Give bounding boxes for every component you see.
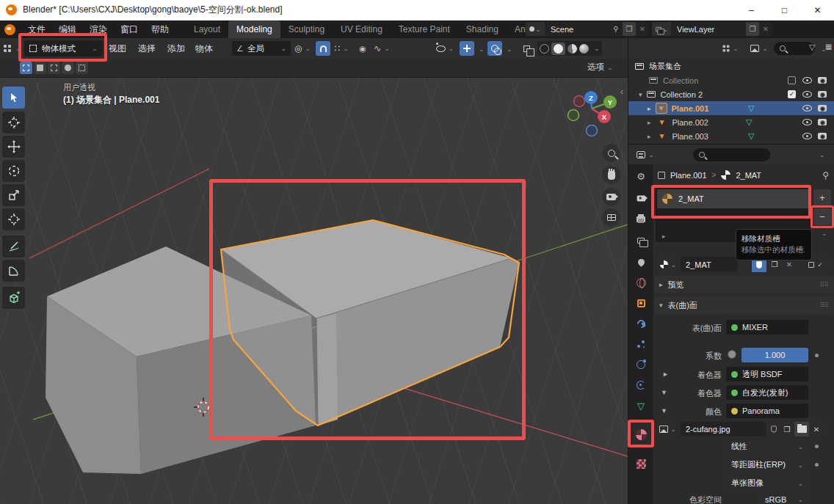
outliner-row-collection[interactable]: Collection <box>628 73 834 87</box>
tab-material[interactable] <box>628 423 653 446</box>
outliner-display-mode-button[interactable]: ⌄ <box>748 41 770 56</box>
hide-viewport-icon[interactable] <box>802 105 812 112</box>
camera-view-button[interactable] <box>602 188 620 206</box>
collapse-sidebar-icon[interactable]: ‹ <box>620 87 623 97</box>
shading-solid-button[interactable] <box>551 43 565 55</box>
tool-add-cube[interactable] <box>2 287 25 309</box>
close-button[interactable]: ✕ <box>801 0 834 21</box>
tab-texture[interactable] <box>628 453 653 474</box>
decorator-dot[interactable] <box>815 445 819 448</box>
tab-sculpting[interactable]: Sculpting <box>280 21 333 38</box>
menu-file[interactable]: 文件 <box>21 21 52 38</box>
add-material-slot-button[interactable]: + <box>813 189 831 206</box>
tool-move[interactable] <box>2 136 25 158</box>
menu-view[interactable]: 视图 <box>109 38 126 59</box>
menu-select[interactable]: 选择 <box>138 38 156 59</box>
properties-search-input[interactable] <box>693 148 770 161</box>
pan-button[interactable] <box>602 166 620 184</box>
tab-object[interactable] <box>628 293 653 313</box>
outliner-editor-type-button[interactable]: ⌄ <box>719 41 741 56</box>
disable-render-icon[interactable] <box>818 105 827 112</box>
expand-icon[interactable]: ▸ <box>648 133 651 140</box>
panel-preview[interactable]: ▸ 预览 ⠿⠿ <box>654 276 834 293</box>
breadcrumb-material[interactable]: 2_MAT <box>736 171 761 180</box>
scene-icon[interactable]: ⌄ <box>526 22 545 36</box>
breadcrumb-object[interactable]: Plane.001 <box>670 171 707 180</box>
material-name-field[interactable]: 2_MAT <box>681 257 738 272</box>
expand-icon[interactable]: ▸ <box>648 105 651 112</box>
tool-cursor[interactable] <box>2 112 25 134</box>
zoom-button[interactable] <box>602 144 620 162</box>
shader2-selector[interactable]: 自发光(发射) <box>726 385 808 400</box>
tab-particles[interactable] <box>628 334 653 354</box>
navigation-gizmo[interactable]: Z Y X <box>564 84 626 145</box>
outliner-row-collection2[interactable]: ▾ Collection 2 ✓ <box>628 87 834 101</box>
tab-render[interactable] <box>628 188 653 208</box>
remove-material-slot-button[interactable]: − <box>813 208 831 225</box>
interpolation-dropdown[interactable]: 线性 ⌄ <box>726 439 808 453</box>
expand-icon[interactable]: ▸ <box>648 119 651 126</box>
disable-render-icon[interactable] <box>818 133 827 139</box>
hide-viewport-icon[interactable] <box>802 77 812 84</box>
hide-viewport-icon[interactable] <box>802 119 812 125</box>
viewlayer-icon[interactable]: ⌄ <box>652 22 671 36</box>
viewlayer-name[interactable]: ViewLayer <box>671 25 746 34</box>
editor-type-button[interactable]: ⌄ <box>3 41 22 56</box>
source-dropdown[interactable]: 单张图像 ⌄ <box>726 476 808 490</box>
pivot-point-button[interactable]: ◎⌄ <box>294 41 311 56</box>
disable-render-icon[interactable] <box>818 119 827 125</box>
tab-object-data[interactable]: ▽ <box>628 395 653 416</box>
copy-image-button[interactable]: ❐ <box>780 422 794 437</box>
select-mode-intersect-button[interactable] <box>76 62 88 74</box>
scene-unlink-button[interactable]: ✕ <box>636 22 649 36</box>
select-mode-subtract-button[interactable] <box>48 62 60 74</box>
new-collection-button[interactable]: ▦ <box>825 43 832 51</box>
tab-modifiers[interactable] <box>628 313 653 334</box>
outliner-row-scene-collection[interactable]: 场景集合 <box>628 59 834 73</box>
gizmos-dropdown[interactable]: ⌄ <box>479 45 485 53</box>
outliner-row-plane001[interactable]: ▸ ▼ Plane.001 ▽ <box>628 101 834 115</box>
slot-filter-expand-icon[interactable]: ▸ <box>662 233 666 240</box>
tab-shading[interactable]: Shading <box>458 21 507 38</box>
disable-render-icon[interactable] <box>818 77 827 84</box>
viewlayer-remove-button[interactable]: ✕ <box>759 22 772 36</box>
ortho-toggle-button[interactable] <box>602 208 620 227</box>
maximize-button[interactable]: □ <box>768 0 801 21</box>
factor-slider[interactable]: 1.000 <box>741 348 808 362</box>
scene-name[interactable]: Scene <box>545 25 609 34</box>
tool-annotate[interactable] <box>2 235 25 258</box>
outliner-filter-button[interactable]: ▽ <box>809 43 815 52</box>
collection-checkbox[interactable] <box>788 76 796 84</box>
tab-world[interactable] <box>628 272 653 293</box>
expand-icon[interactable]: ▾ <box>639 91 642 98</box>
pin-icon[interactable]: ⚲ <box>822 170 829 180</box>
gizmos-toggle[interactable] <box>460 41 474 56</box>
hide-viewport-icon[interactable] <box>802 91 812 98</box>
shading-material-button[interactable] <box>568 44 577 54</box>
snap-with-dropdown[interactable]: ∷⌄ <box>332 41 351 56</box>
projection-dropdown[interactable]: 等距圆柱(ERP) ⌄ <box>726 458 808 472</box>
shading-dropdown[interactable]: ⌄ <box>594 45 600 52</box>
menu-edit[interactable]: 编辑 <box>52 21 83 38</box>
panel-surface[interactable]: ▾ 表(曲)面 ⠿⠿ <box>654 296 834 314</box>
overlays-dropdown[interactable]: ⌄ <box>507 45 512 53</box>
tab-output[interactable] <box>628 209 653 230</box>
surface-shader-selector[interactable]: MIXER <box>726 320 808 335</box>
slot-specials-dropdown[interactable]: ⌄ <box>822 230 827 237</box>
color-selector[interactable]: Panorama <box>726 403 808 418</box>
image-fake-user-button[interactable] <box>767 422 780 437</box>
collection2-checkbox[interactable]: ✓ <box>788 90 796 98</box>
shading-rendered-button[interactable] <box>579 44 589 54</box>
decorator-dot[interactable] <box>815 354 819 357</box>
tool-rotate[interactable] <box>2 160 25 182</box>
tab-tool[interactable]: ⚙ <box>628 166 653 186</box>
pin-icon[interactable]: ⚲ <box>609 22 623 36</box>
proportional-edit-button[interactable]: ◉ <box>355 41 370 56</box>
tab-modeling[interactable]: Modeling <box>228 21 280 38</box>
minimize-button[interactable]: – <box>735 0 768 21</box>
tab-scene[interactable] <box>628 252 653 272</box>
tool-scale[interactable] <box>2 184 25 206</box>
disable-render-icon[interactable] <box>818 91 827 98</box>
tool-select-box[interactable] <box>2 87 25 109</box>
unlink-image-button[interactable]: ✕ <box>810 422 823 437</box>
